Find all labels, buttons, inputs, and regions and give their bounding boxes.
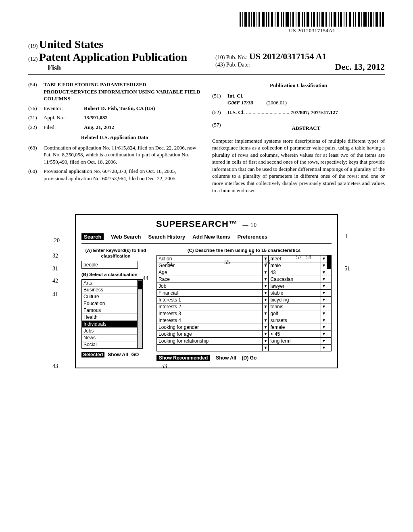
list-item[interactable]: Education bbox=[82, 300, 142, 307]
dropdown-icon[interactable] bbox=[263, 283, 269, 289]
param-value[interactable]: meet bbox=[269, 255, 321, 262]
scroll-cell[interactable] bbox=[327, 276, 332, 283]
dropdown-icon[interactable] bbox=[263, 262, 269, 269]
param-value[interactable]: long term bbox=[269, 337, 321, 344]
param-name[interactable]: Gender bbox=[157, 262, 263, 269]
dropdown-icon[interactable] bbox=[321, 330, 327, 337]
scroll-cell[interactable] bbox=[327, 255, 332, 262]
scroll-cell[interactable] bbox=[327, 344, 332, 351]
param-name[interactable]: Looking for relationship bbox=[157, 337, 263, 344]
dropdown-icon[interactable] bbox=[321, 310, 327, 317]
dropdown-icon[interactable] bbox=[263, 303, 269, 310]
dropdown-icon[interactable] bbox=[321, 283, 327, 289]
dropdown-icon[interactable] bbox=[263, 276, 269, 283]
tab-search[interactable]: Search bbox=[81, 233, 104, 240]
dropdown-icon[interactable] bbox=[263, 310, 269, 317]
list-item[interactable]: Arts bbox=[82, 280, 142, 287]
dropdown-icon[interactable] bbox=[321, 276, 327, 283]
dropdown-icon[interactable] bbox=[321, 337, 327, 344]
param-name[interactable]: Interests 4 bbox=[157, 317, 263, 324]
param-name[interactable]: Looking for gender bbox=[157, 324, 263, 330]
param-name[interactable]: Interests 2 bbox=[157, 303, 263, 310]
param-value[interactable]: sunsets bbox=[269, 317, 321, 324]
dropdown-icon[interactable] bbox=[321, 317, 327, 324]
list-item[interactable]: News bbox=[82, 335, 142, 341]
dropdown-icon[interactable] bbox=[263, 324, 269, 330]
param-value[interactable]: stable bbox=[269, 289, 321, 296]
dropdown-icon[interactable] bbox=[263, 255, 269, 262]
svg-rect-40 bbox=[355, 12, 356, 27]
dropdown-icon[interactable] bbox=[263, 330, 269, 337]
param-name[interactable] bbox=[157, 344, 263, 351]
scroll-cell[interactable] bbox=[327, 303, 332, 310]
param-value[interactable]: lawyer bbox=[269, 283, 321, 289]
list-item[interactable]: Business bbox=[82, 287, 142, 293]
show-recommended-button[interactable]: Show Recommended bbox=[156, 355, 210, 361]
dropdown-icon[interactable] bbox=[321, 303, 327, 310]
param-name[interactable]: Race bbox=[157, 276, 263, 283]
dropdown-icon[interactable] bbox=[321, 255, 327, 262]
scroll-cell[interactable] bbox=[327, 269, 332, 276]
param-value[interactable]: golf bbox=[269, 310, 321, 317]
go-button-a[interactable]: GO bbox=[131, 352, 139, 357]
scroll-cell[interactable] bbox=[327, 317, 332, 324]
param-name[interactable]: Age bbox=[157, 269, 263, 276]
list-scrollbar[interactable] bbox=[137, 280, 142, 348]
dropdown-icon[interactable] bbox=[263, 289, 269, 296]
param-name[interactable]: Financial bbox=[157, 289, 263, 296]
dropdown-icon[interactable] bbox=[321, 324, 327, 330]
param-value[interactable] bbox=[269, 344, 321, 351]
scroll-cell[interactable] bbox=[327, 324, 332, 330]
scroll-cell[interactable] bbox=[327, 296, 332, 303]
list-item[interactable]: Health bbox=[82, 314, 142, 321]
list-item[interactable]: Jobs bbox=[82, 328, 142, 335]
dropdown-icon[interactable] bbox=[263, 269, 269, 276]
scroll-cell[interactable] bbox=[327, 289, 332, 296]
list-item[interactable]: Culture bbox=[82, 293, 142, 300]
param-value[interactable]: Caucasian bbox=[269, 276, 321, 283]
tab-search-history[interactable]: Search History bbox=[148, 234, 186, 240]
scroll-cell[interactable] bbox=[327, 310, 332, 317]
dropdown-icon[interactable] bbox=[321, 262, 327, 269]
scroll-cell[interactable] bbox=[327, 330, 332, 337]
list-item[interactable]: Individuals bbox=[82, 321, 142, 328]
tab-add-new-items[interactable]: Add New Items bbox=[192, 234, 230, 240]
dropdown-icon[interactable] bbox=[263, 337, 269, 344]
param-name[interactable]: Interests 3 bbox=[157, 310, 263, 317]
param-value[interactable]: female bbox=[269, 324, 321, 330]
list-item[interactable]: Famous bbox=[82, 307, 142, 314]
dropdown-icon[interactable] bbox=[263, 344, 269, 351]
show-all-button-c[interactable]: Show All bbox=[216, 355, 236, 361]
param-value[interactable]: bicycling bbox=[269, 296, 321, 303]
scroll-thumb[interactable] bbox=[138, 281, 142, 289]
param-value[interactable]: 43 bbox=[269, 269, 321, 276]
dropdown-icon[interactable] bbox=[321, 289, 327, 296]
table-row bbox=[157, 344, 332, 351]
param-name[interactable]: Action bbox=[157, 255, 263, 262]
param-name[interactable]: Looking for age bbox=[157, 330, 263, 337]
list-item[interactable]: Social bbox=[82, 341, 142, 348]
param-value[interactable]: < 45 bbox=[269, 330, 321, 337]
tab-web-search[interactable]: Web Search bbox=[111, 234, 141, 240]
dropdown-icon[interactable] bbox=[321, 344, 327, 351]
show-all-button[interactable]: Show All bbox=[108, 352, 128, 357]
dropdown-icon[interactable] bbox=[321, 296, 327, 303]
scroll-cell[interactable] bbox=[327, 283, 332, 289]
dropdown-icon[interactable] bbox=[263, 317, 269, 324]
tab-preferences[interactable]: Preferences bbox=[238, 234, 267, 240]
divider bbox=[28, 74, 385, 75]
param-name[interactable]: Interests 1 bbox=[157, 296, 263, 303]
param-value[interactable]: male bbox=[269, 262, 321, 269]
go-button-d[interactable]: (D) Go bbox=[242, 355, 257, 361]
scroll-cell[interactable] bbox=[327, 262, 332, 269]
scroll-cell[interactable] bbox=[327, 337, 332, 344]
selected-button[interactable]: Selected bbox=[81, 352, 104, 357]
param-name[interactable]: Job bbox=[157, 283, 263, 289]
dropdown-icon[interactable] bbox=[263, 296, 269, 303]
keyword-input[interactable]: people bbox=[81, 261, 138, 269]
dropdown-icon[interactable] bbox=[321, 269, 327, 276]
param-value[interactable]: tennis bbox=[269, 303, 321, 310]
inventor-full: Robert D. Fish, Tustin, CA (US) bbox=[84, 105, 201, 112]
classification-list[interactable]: ArtsBusinessCultureEducationFamousHealth… bbox=[81, 279, 143, 349]
list-item[interactable] bbox=[82, 348, 142, 349]
